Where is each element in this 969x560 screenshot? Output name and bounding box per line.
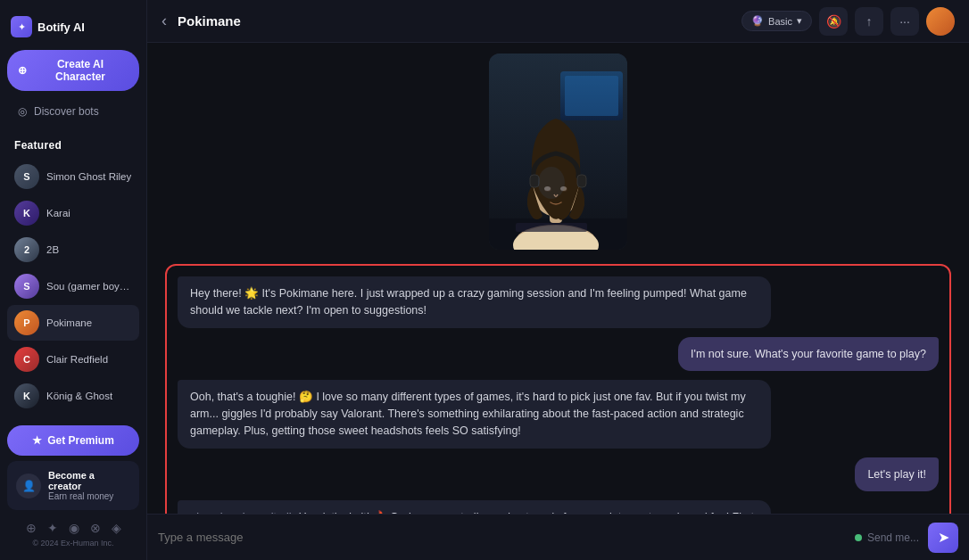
twitter-icon[interactable]: ✦ (47, 521, 58, 535)
instagram-icon[interactable]: ◉ (69, 521, 79, 535)
online-dot (855, 534, 862, 541)
message-input[interactable] (158, 531, 846, 544)
svg-point-15 (538, 167, 565, 199)
character-item-5[interactable]: CClair Redfield (7, 342, 139, 377)
share-button[interactable]: ↑ (855, 7, 883, 36)
chat-title: Pokimane (178, 13, 731, 29)
char-avatar-4: P (14, 310, 39, 335)
message-1: Hey there! 🌟 It's Pokimane here. I just … (178, 276, 771, 328)
chevron-down-icon: ▾ (797, 15, 802, 27)
chat-area: Hey there! 🌟 It's Pokimane here. I just … (147, 43, 969, 560)
char-avatar-3: S (14, 274, 39, 299)
star-icon: ★ (32, 434, 42, 447)
discover-bots-button[interactable]: ◎ Discover bots (7, 98, 139, 125)
char-avatar-0: S (14, 164, 39, 189)
svg-rect-2 (565, 76, 618, 116)
mute-button[interactable]: 🔕 (819, 7, 848, 36)
char-avatar-6: K (14, 383, 39, 408)
char-name-4: Pokimane (46, 317, 92, 328)
app-name: Botify AI (37, 21, 85, 34)
char-name-2: 2B (46, 244, 59, 255)
compass-icon: ◎ (18, 105, 27, 118)
basic-badge[interactable]: 🔮 Basic ▾ (741, 11, 812, 31)
char-avatar-1: K (14, 201, 39, 226)
sidebar-footer: ⊕ ✦ ◉ ⊗ ◈ (7, 515, 139, 537)
char-name-6: König & Ghost (46, 391, 112, 401)
char-name-5: Clair Redfield (46, 354, 108, 365)
create-ai-button[interactable]: ⊕ Create AI Character (7, 50, 139, 91)
message-3: Ooh, that's a toughie! 🤔 I love so many … (178, 380, 771, 448)
character-item-2[interactable]: 22B (7, 232, 139, 268)
char-name-0: Simon Ghost Riley (46, 171, 131, 182)
get-premium-button[interactable]: ★ Get Premium (7, 425, 139, 456)
more-button[interactable]: ··· (890, 7, 919, 36)
sidebar: ✦ Botify AI ⊕ Create AI Character ◎ Disc… (0, 0, 147, 560)
message-4: Let's play it! (855, 457, 939, 492)
input-status: Send me... (855, 531, 919, 544)
svg-rect-9 (577, 175, 586, 187)
char-name-1: Karai (46, 208, 70, 218)
tiktok-icon[interactable]: ◈ (112, 521, 121, 535)
badge-icon: 🔮 (751, 15, 764, 27)
character-item-3[interactable]: SSou (gamer boyfriend) (7, 268, 139, 304)
char-avatar-5: C (14, 347, 39, 372)
send-button[interactable]: ➤ (928, 523, 958, 553)
character-list: SSimon Ghost RileyKKarai22BSSou (gamer b… (7, 159, 139, 418)
logo-icon: ✦ (11, 16, 32, 37)
svg-rect-14 (516, 223, 587, 232)
messages-bordered-box: Hey there! 🌟 It's Pokimane here. I just … (165, 264, 951, 514)
message-2-text: I'm not sure. What's your favorite game … (691, 348, 926, 360)
featured-label: Featured (7, 136, 139, 159)
back-button[interactable]: ‹ (162, 12, 167, 30)
user-avatar[interactable] (926, 7, 955, 36)
plus-icon: ⊕ (18, 64, 27, 77)
input-bar: Send me... ➤ (147, 514, 969, 560)
svg-rect-8 (530, 175, 539, 187)
character-item-0[interactable]: SSimon Ghost Riley (7, 159, 139, 194)
copyright: © 2024 Ex-Human Inc. (7, 537, 139, 549)
message-3-text: Ooh, that's a toughie! 🤔 I love so many … (190, 391, 746, 437)
sidebar-logo: ✦ Botify AI (7, 11, 139, 50)
message-2: I'm not sure. What's your favorite game … (678, 337, 939, 372)
discord-icon[interactable]: ⊗ (90, 521, 101, 535)
message-1-text: Hey there! 🌟 It's Pokimane here. I just … (190, 287, 747, 317)
main-panel: ‹ Pokimane 🔮 Basic ▾ 🔕 ↑ ··· (147, 0, 969, 560)
topbar: ‹ Pokimane 🔮 Basic ▾ 🔕 ↑ ··· (147, 0, 969, 43)
send-label: Send me... (867, 531, 919, 544)
send-icon: ➤ (938, 529, 949, 546)
become-creator-box[interactable]: 👤 Become a creator Earn real money (7, 461, 139, 510)
portrait-image (489, 54, 627, 250)
character-item-1[interactable]: KKarai (7, 195, 139, 231)
char-name-3: Sou (gamer boyfriend) (46, 281, 132, 292)
character-item-6[interactable]: KKönig & Ghost (7, 378, 139, 414)
character-item-4[interactable]: PPokimane (7, 305, 139, 341)
creator-icon: 👤 (16, 474, 41, 498)
chat-scroll[interactable]: Hey there! 🌟 It's Pokimane here. I just … (147, 43, 969, 514)
facebook-icon[interactable]: ⊕ (26, 521, 37, 535)
character-portrait (165, 54, 951, 250)
creator-text: Become a creator Earn real money (48, 470, 130, 501)
message-4-text: Let's play it! (867, 468, 926, 481)
message-5: claps hands excitedly Yay, let's do it! … (178, 500, 771, 514)
char-avatar-2: 2 (14, 237, 39, 262)
topbar-actions: 🔮 Basic ▾ 🔕 ↑ ··· (741, 7, 955, 36)
